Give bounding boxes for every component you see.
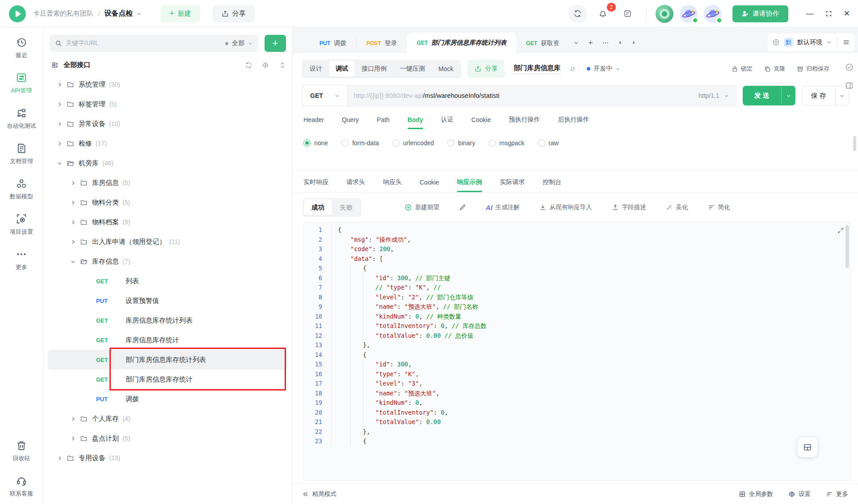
url-input[interactable]: http://{{ip}}:8080/dev-api /msl/warehous… [347, 92, 698, 99]
request-tab-Query[interactable]: Query [342, 116, 359, 129]
tree-api-row[interactable]: PUT调拨 [48, 389, 288, 409]
breadcrumb-project[interactable]: 设备点检 [104, 9, 133, 18]
request-tab-预执行操作[interactable]: 预执行操作 [509, 116, 540, 130]
tree-folder-row[interactable]: 检修(17) [48, 134, 288, 153]
window-minimize-icon[interactable]: — [806, 9, 814, 18]
mode-tab-一键压测[interactable]: 一键压测 [393, 61, 432, 77]
validate-response-icon[interactable] [845, 63, 854, 71]
tree-api-row[interactable]: GET部门库房信息库存统计列表 [48, 350, 288, 370]
body-type-none[interactable]: none [303, 139, 328, 147]
tree-folder-row[interactable]: 个人库存(4) [48, 409, 288, 428]
environment-manage-icon[interactable] [842, 38, 850, 46]
global-params-button[interactable]: 全局参数 [739, 490, 773, 498]
add-api-button[interactable]: + [265, 35, 286, 52]
tree-folder-row[interactable]: 标签管理(5) [48, 94, 288, 114]
method-select[interactable]: GET [303, 86, 347, 105]
more-button[interactable]: 更多 [826, 490, 848, 498]
chevron-down-icon[interactable] [69, 259, 76, 265]
response-tab-实际请求[interactable]: 实际请求 [500, 178, 525, 192]
doc-tab-2[interactable]: POST登录 [357, 34, 407, 53]
editor-scrollbar-thumb[interactable] [845, 225, 849, 268]
response-tab-响应头[interactable]: 响应头 [383, 178, 402, 192]
mode-tab-设计[interactable]: 设计 [303, 61, 329, 77]
settings-button[interactable]: 设置 [788, 490, 811, 498]
sidebar-item-docs[interactable]: 文档管理 [10, 143, 33, 165]
breadcrumb-team[interactable]: 卡吕普索的私有团队 [33, 9, 93, 18]
invite-collaborate-button[interactable]: 邀请协作 [732, 5, 788, 22]
chevron-right-icon[interactable] [69, 219, 76, 225]
protocol-select[interactable]: http/1.1 [698, 92, 735, 99]
tree-folder-row[interactable]: 专用设备(13) [48, 448, 288, 468]
chevron-down-icon[interactable] [56, 160, 63, 166]
tree-api-row[interactable]: PUT设置预警值 [48, 291, 288, 311]
changelog-icon[interactable] [618, 4, 637, 23]
body-type-binary[interactable]: binary [447, 139, 475, 147]
tree-api-row[interactable]: GET库房信息库存统计列表 [48, 311, 288, 330]
tree-folder-row[interactable]: 异常设备(10) [48, 114, 288, 134]
response-tab-请求头[interactable]: 请求头 [346, 178, 365, 192]
mode-tab-调试[interactable]: 调试 [329, 61, 355, 77]
status-select[interactable]: 开发中 [587, 65, 620, 73]
app-logo-icon[interactable] [9, 5, 26, 22]
layout-toggle-button[interactable] [798, 437, 817, 457]
body-type-urlencoded[interactable]: urlencoded [392, 139, 434, 147]
notifications-bell-icon[interactable]: 2 [593, 4, 612, 23]
response-tab-控制台[interactable]: 控制台 [543, 178, 562, 192]
result-tab-成功[interactable]: 成功 [304, 199, 332, 215]
request-tab-Body[interactable]: Body [408, 116, 423, 129]
save-button[interactable]: 保 存 [802, 86, 849, 105]
request-tab-Cookie[interactable]: Cookie [471, 116, 491, 129]
search-input[interactable]: 关键字/URL 全部 [50, 35, 258, 52]
body-type-form-data[interactable]: form-data [341, 139, 379, 147]
clone-button[interactable]: 克隆 [764, 65, 785, 73]
request-tab-Path[interactable]: Path [377, 116, 390, 129]
share-button-top[interactable]: 分享 [213, 5, 255, 22]
tree-folder-row[interactable]: 物料分类(5) [48, 193, 288, 212]
response-example-editor[interactable]: 1{2"msg": "操作成功",3"code": 200,4"data": [… [303, 222, 851, 481]
sidebar-item-api[interactable]: API管理 [11, 72, 32, 95]
send-button[interactable]: 发 送 [743, 86, 795, 105]
tabs-more-icon[interactable] [598, 39, 613, 46]
chevron-right-icon[interactable] [69, 180, 76, 186]
sidebar-item-recent[interactable]: 最近 [16, 37, 27, 59]
tree-folder-row[interactable]: 出入库申请（领用登记）(11) [48, 232, 288, 252]
sidebar-item-autotest[interactable]: 自动化测试 [7, 107, 36, 130]
chevron-right-icon[interactable] [69, 436, 76, 441]
window-maximize-icon[interactable] [825, 10, 832, 17]
expand-editor-icon[interactable] [837, 227, 844, 234]
chevron-right-icon[interactable] [56, 101, 63, 107]
simplify-button[interactable]: 简化 [708, 203, 730, 211]
beautify-button[interactable]: 美化 [666, 203, 688, 211]
tabs-scroll-left-icon[interactable] [613, 40, 627, 46]
avatar-user-1[interactable] [656, 5, 673, 23]
mode-tab-Mock[interactable]: Mock [432, 61, 460, 77]
side-panel-icon[interactable] [845, 81, 854, 90]
compact-mode-toggle[interactable]: 精简模式 [303, 490, 336, 498]
response-tab-实时响应[interactable]: 实时响应 [303, 178, 328, 192]
field-desc-button[interactable]: 字段描述 [612, 203, 646, 211]
window-close-icon[interactable]: ✕ [844, 9, 850, 18]
doc-tab-1[interactable]: PUT调拨 [310, 34, 356, 53]
environment-select[interactable]: 默默认环境 [768, 34, 854, 51]
import-response-button[interactable]: 从现有响应导入 [539, 203, 592, 211]
tree-root-label[interactable]: 全部接口 [63, 61, 240, 69]
tree-folder-row[interactable]: 机旁库(46) [48, 153, 288, 173]
title-sort-icon[interactable] [569, 66, 576, 72]
lock-button[interactable]: 锁定 [732, 65, 753, 73]
tree-api-row[interactable]: GET列表 [48, 271, 288, 291]
new-button[interactable]: + 新建 [160, 5, 200, 22]
sidebar-item-trash[interactable]: 回收站 [13, 440, 30, 462]
send-options-chevron-icon[interactable] [781, 86, 795, 105]
tabs-dropdown-chevron-icon[interactable] [569, 40, 583, 46]
sidebar-item-model[interactable]: 数据模型 [10, 178, 33, 201]
chevron-right-icon[interactable] [69, 200, 76, 206]
sidebar-item-more[interactable]: 更多 [16, 248, 27, 271]
body-type-raw[interactable]: raw [538, 139, 559, 147]
tree-collapse-expand-icon[interactable] [279, 62, 286, 69]
chevron-right-icon[interactable] [69, 239, 76, 245]
doc-tab-4[interactable]: GET获取资 [516, 34, 569, 53]
add-tab-icon[interactable] [583, 39, 598, 46]
tree-refresh-icon[interactable] [245, 62, 252, 69]
edit-button[interactable] [459, 204, 466, 211]
scrollbar-thumb[interactable] [853, 136, 856, 151]
